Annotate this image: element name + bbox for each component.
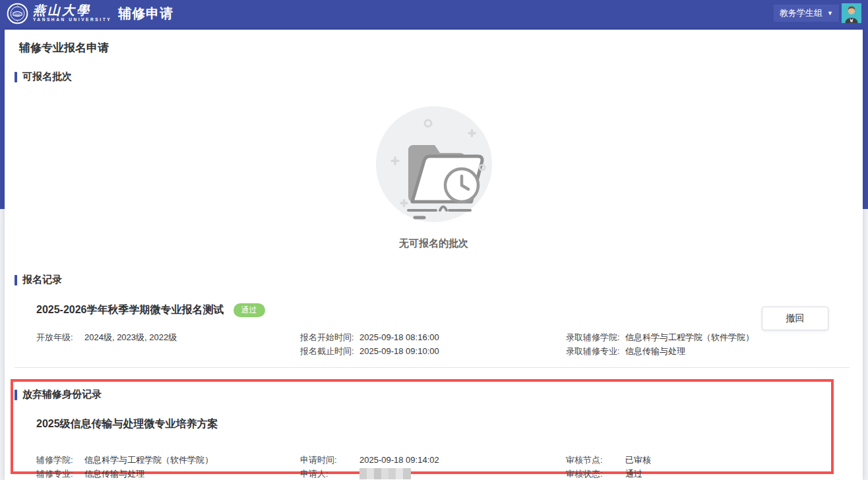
page-title: 辅修专业报名申请 bbox=[19, 40, 109, 55]
waiver-record-title: 2025级信息传输与处理微专业培养方案 bbox=[36, 417, 218, 431]
withdraw-button[interactable]: 撤回 bbox=[762, 307, 828, 330]
field-review-status: 审核状态:通过 bbox=[566, 467, 828, 480]
section-available-title: 可报名批次 bbox=[22, 71, 72, 83]
status-badge: 通过 bbox=[233, 303, 265, 316]
user-group-label: 教务学生组 bbox=[780, 7, 822, 19]
app-title: 辅修申请 bbox=[118, 5, 173, 22]
field-start-time: 报名开始时间:2025-09-18 08:16:00 bbox=[300, 330, 566, 344]
section-bar bbox=[15, 390, 17, 400]
field-admit-major: 录取辅修专业:信息传输与处理 bbox=[566, 344, 754, 358]
app-header: 燕山大學 YANSHAN UNIVERSITY 辅修申请 教务学生组 ▼ bbox=[0, 0, 868, 26]
field-review-node: 审核节点:已审核 bbox=[566, 453, 828, 467]
section-waiver-records: 放弃辅修身份记录 bbox=[15, 388, 102, 401]
field-admit-college: 录取辅修学院:信息科学与工程学院（软件学院） bbox=[566, 330, 754, 344]
enroll-record-title: 2025-2026学年秋季学期微专业报名测试 bbox=[36, 303, 224, 317]
empty-state-text: 无可报名的批次 bbox=[5, 237, 863, 250]
applicant-name-redacted bbox=[359, 468, 411, 479]
university-name-en: YANSHAN UNIVERSITY bbox=[33, 18, 111, 22]
user-group-dropdown[interactable]: 教务学生组 ▼ bbox=[774, 5, 839, 22]
section-available-batches: 可报名批次 bbox=[15, 71, 72, 83]
section-bar bbox=[15, 72, 17, 82]
folder-clock-icon bbox=[375, 105, 493, 223]
section-enroll-title: 报名记录 bbox=[22, 274, 62, 286]
field-applicant: 申请人: bbox=[300, 467, 566, 480]
section-divider bbox=[15, 367, 850, 368]
university-logo-icon bbox=[7, 3, 28, 24]
enroll-record: 2025-2026学年秋季学期微专业报名测试 通过 开放年级:2024级, 20… bbox=[36, 303, 754, 358]
header-right: 教务学生组 ▼ bbox=[774, 3, 861, 23]
field-minor-major: 辅修专业:信息传输与处理 bbox=[36, 467, 300, 480]
section-enroll-records: 报名记录 bbox=[15, 274, 62, 286]
enroll-record-fields: 开放年级:2024级, 2023级, 2022级 报名开始时间:2025-09-… bbox=[36, 330, 754, 358]
university-name: 燕山大學 YANSHAN UNIVERSITY bbox=[33, 4, 111, 22]
user-avatar[interactable] bbox=[842, 3, 861, 23]
field-open-grades: 开放年级:2024级, 2023级, 2022级 bbox=[36, 330, 300, 344]
chevron-down-icon: ▼ bbox=[827, 10, 833, 16]
waiver-record-fields: 辅修学院:信息科学与工程学院（软件学院） 辅修专业:信息传输与处理 申请时间:2… bbox=[36, 453, 828, 480]
main-content-card: 辅修专业报名申请 可报名批次 无可报名的批次 bbox=[5, 30, 863, 480]
field-minor-college: 辅修学院:信息科学与工程学院（软件学院） bbox=[36, 453, 300, 467]
section-bar bbox=[15, 275, 17, 285]
section-waiver-title: 放弃辅修身份记录 bbox=[22, 388, 102, 401]
field-end-time: 报名截止时间:2025-09-18 09:10:00 bbox=[300, 344, 566, 358]
university-name-cn: 燕山大學 bbox=[33, 4, 111, 16]
waiver-section-highlight-box: 放弃辅修身份记录 2025级信息传输与处理微专业培养方案 辅修学院:信息科学与工… bbox=[11, 379, 834, 474]
field-apply-time: 申请时间:2025-09-18 09:14:02 bbox=[300, 453, 566, 467]
empty-state: 无可报名的批次 bbox=[5, 105, 863, 250]
